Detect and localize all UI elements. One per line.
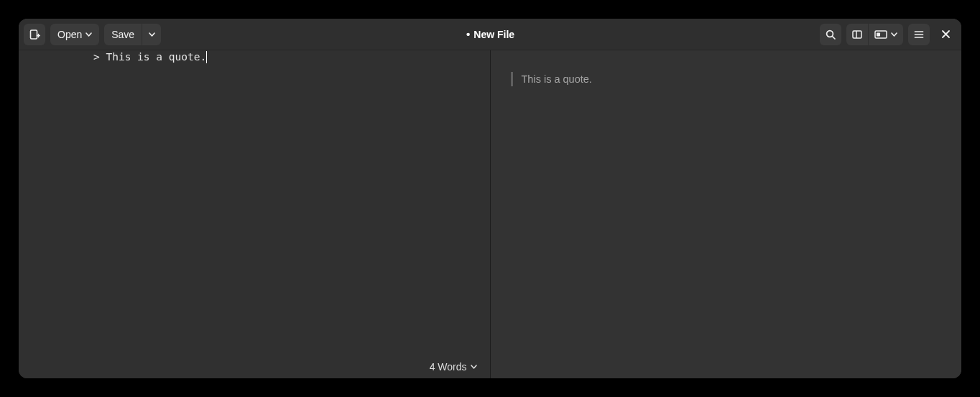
- chevron-down-icon: [891, 32, 897, 37]
- editor-content: > This is a quote.: [93, 51, 206, 63]
- close-button[interactable]: [935, 24, 956, 45]
- window-title: • New File: [166, 29, 815, 40]
- editor-text-area[interactable]: > This is a quote.: [19, 24, 207, 63]
- view-button-group: [846, 24, 903, 45]
- word-count-button[interactable]: 4 Words: [430, 361, 477, 373]
- title-text: New File: [473, 29, 514, 40]
- hamburger-menu-button[interactable]: [908, 24, 930, 45]
- search-button[interactable]: [820, 24, 841, 45]
- svg-rect-2: [853, 31, 861, 38]
- hamburger-icon: [913, 29, 925, 40]
- content-area: > This is a quote. 4 Words This is a quo…: [19, 50, 961, 378]
- text-cursor: [206, 51, 207, 63]
- sidebar-icon: [851, 29, 863, 40]
- preview-quote-text: This is a quote.: [522, 73, 592, 85]
- modified-indicator: •: [466, 29, 470, 40]
- split-view-icon: [874, 30, 887, 39]
- search-icon: [825, 29, 836, 40]
- editor-pane[interactable]: > This is a quote. 4 Words: [19, 50, 491, 378]
- close-icon: [941, 29, 951, 39]
- preview-pane: This is a quote.: [491, 50, 962, 378]
- svg-rect-5: [877, 32, 880, 36]
- preview-blockquote: This is a quote.: [511, 72, 942, 86]
- sidebar-toggle-button[interactable]: [846, 24, 868, 45]
- headerbar-right: [820, 24, 956, 45]
- view-mode-button[interactable]: [869, 24, 903, 45]
- word-count-label: 4 Words: [430, 361, 467, 373]
- chevron-down-icon: [471, 365, 477, 369]
- app-window: Open Save • New File: [19, 19, 961, 378]
